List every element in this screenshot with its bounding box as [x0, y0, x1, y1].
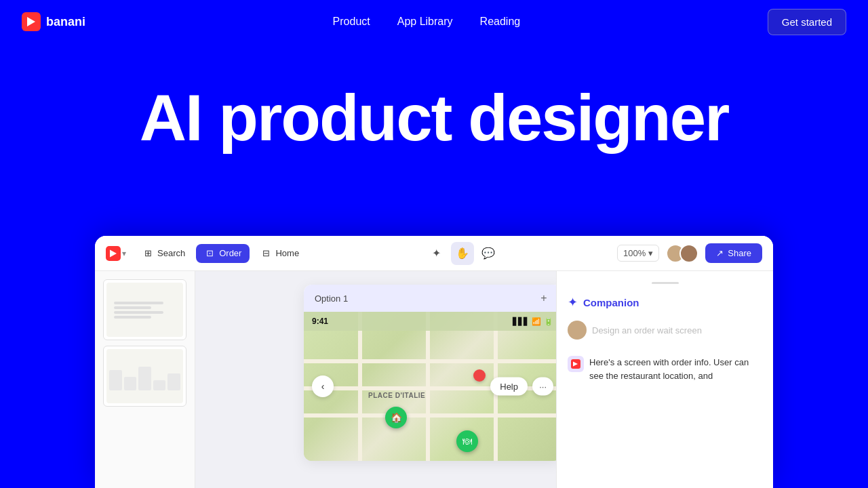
- map-place-label: PLACE D'ITALIE: [368, 392, 425, 399]
- hand-tool-button[interactable]: ✋: [451, 242, 474, 265]
- toolbar-home-label: Home: [275, 248, 299, 258]
- map-road: [358, 312, 362, 461]
- app-toolbar: ▾ ⊞ Search ⊡ Order ⊟ Home ✦ ✋: [95, 236, 773, 271]
- search-icon: ⊞: [142, 248, 153, 259]
- thumb-line: [114, 302, 163, 304]
- map-pin-home[interactable]: 🏠: [385, 407, 407, 428]
- collaborator-avatars: [666, 244, 698, 263]
- toolbar-logo: ▾: [106, 246, 126, 261]
- option-plus-button[interactable]: +: [537, 291, 551, 305]
- companion-header: ✦ Companion: [568, 295, 762, 310]
- brand-name: banani: [46, 15, 85, 29]
- brand-logo-icon: [22, 12, 41, 31]
- nav-product[interactable]: Product: [333, 16, 370, 28]
- thumbnail-2[interactable]: [103, 346, 186, 407]
- map-back-button[interactable]: ‹: [312, 375, 334, 397]
- avatar-2: [679, 244, 698, 263]
- sparkle-tool-button[interactable]: ✦: [425, 242, 448, 265]
- option-1-card: Option 1 + 9:41 ▋▋▋ 📶 🔋: [304, 285, 556, 461]
- toolbar-brand-icon: [106, 246, 121, 261]
- toolbar-home-button[interactable]: ⊟ Home: [252, 244, 307, 263]
- companion-title: Companion: [583, 297, 639, 308]
- companion-sparkle-icon: ✦: [568, 295, 578, 310]
- chart-bar: [153, 380, 166, 390]
- chart-thumb: [106, 359, 183, 393]
- phone-map: 9:41 ▋▋▋ 📶 🔋: [304, 312, 556, 461]
- sparkle-icon: ✦: [432, 247, 441, 260]
- map-more-button[interactable]: ···: [532, 378, 553, 396]
- chart-bar: [167, 373, 180, 390]
- toolbar-order-label: Order: [219, 248, 241, 258]
- toolbar-search-label: Search: [157, 248, 185, 258]
- option-label: Option 1: [315, 293, 348, 304]
- option-header: Option 1 +: [304, 285, 556, 312]
- nav-reading[interactable]: Reading: [480, 16, 521, 28]
- map-pin-red[interactable]: [473, 369, 486, 382]
- hero-title: AI product designer: [22, 84, 846, 152]
- companion-logo-icon: [571, 359, 580, 369]
- zoom-control[interactable]: 100% ▾: [617, 245, 659, 262]
- map-road: [304, 413, 556, 418]
- battery-icon: 🔋: [544, 317, 553, 326]
- map-background: 9:41 ▋▋▋ 📶 🔋: [304, 312, 556, 461]
- map-help-button[interactable]: Help: [490, 378, 528, 396]
- app-preview-container: ▾ ⊞ Search ⊡ Order ⊟ Home ✦ ✋: [95, 236, 773, 488]
- hero-section: AI product designer: [0, 43, 868, 180]
- share-icon: ↗: [716, 248, 724, 258]
- comment-icon: 💬: [481, 247, 495, 260]
- share-label: Share: [728, 248, 751, 258]
- status-time: 9:41: [312, 317, 328, 326]
- status-icons: ▋▋▋ 📶 🔋: [513, 317, 553, 326]
- order-icon: ⊡: [204, 248, 215, 259]
- thumbnail-1[interactable]: [103, 279, 186, 340]
- companion-panel: ✦ Companion Design an order wait screen …: [556, 271, 773, 488]
- zoom-label: 100%: [623, 248, 646, 258]
- toolbar-left: ▾ ⊞ Search ⊡ Order ⊟ Home: [106, 244, 307, 263]
- companion-message-text: Here's a screen with order info. User ca…: [589, 356, 762, 382]
- get-started-button[interactable]: Get started: [768, 9, 846, 35]
- companion-message-row: Here's a screen with order info. User ca…: [568, 356, 762, 382]
- chart-bar: [109, 370, 122, 390]
- companion-user-avatar: [568, 321, 587, 340]
- app-content: Option 1 + 9:41 ▋▋▋ 📶 🔋: [95, 271, 773, 488]
- hand-icon: ✋: [456, 247, 469, 260]
- map-road: [304, 359, 556, 363]
- share-button[interactable]: ↗ Share: [705, 243, 762, 263]
- thumb-line: [114, 306, 151, 309]
- main-nav: Product App Library Reading: [333, 16, 521, 28]
- nav-app-library[interactable]: App Library: [397, 16, 453, 28]
- map-pin-restaurant[interactable]: 🍽: [456, 430, 478, 452]
- left-sidebar: [95, 271, 195, 488]
- toolbar-right: 100% ▾ ↗ Share: [617, 243, 762, 263]
- signal-icon: ▋▋▋: [513, 317, 529, 326]
- toolbar-search-button[interactable]: ⊞ Search: [134, 244, 193, 263]
- toolbar-chevron-icon: ▾: [122, 249, 126, 258]
- map-road: [426, 312, 430, 461]
- home-icon: ⊟: [260, 248, 271, 259]
- comment-tool-button[interactable]: 💬: [477, 242, 500, 265]
- scroll-hint: [652, 282, 679, 284]
- thumb-line: [114, 311, 163, 314]
- companion-input-placeholder[interactable]: Design an order wait screen: [592, 325, 702, 336]
- thumb-line: [114, 316, 151, 319]
- thumb-lines: [114, 300, 175, 321]
- companion-input-row: Design an order wait screen: [568, 321, 762, 340]
- zoom-chevron-icon: ▾: [648, 248, 653, 258]
- main-canvas[interactable]: Option 1 + 9:41 ▋▋▋ 📶 🔋: [195, 271, 556, 488]
- thumbnail-1-preview: [106, 283, 183, 337]
- chart-bar: [124, 377, 137, 390]
- status-bar: 9:41 ▋▋▋ 📶 🔋: [304, 312, 556, 331]
- navbar: banani Product App Library Reading Get s…: [0, 0, 868, 43]
- wifi-icon: 📶: [532, 317, 541, 326]
- toolbar-center: ✦ ✋ 💬: [425, 242, 500, 265]
- thumbnail-2-preview: [106, 349, 183, 403]
- chart-bar: [138, 367, 151, 390]
- companion-app-icon: [568, 356, 584, 372]
- toolbar-order-button[interactable]: ⊡ Order: [196, 244, 250, 263]
- brand-logo[interactable]: banani: [22, 12, 85, 31]
